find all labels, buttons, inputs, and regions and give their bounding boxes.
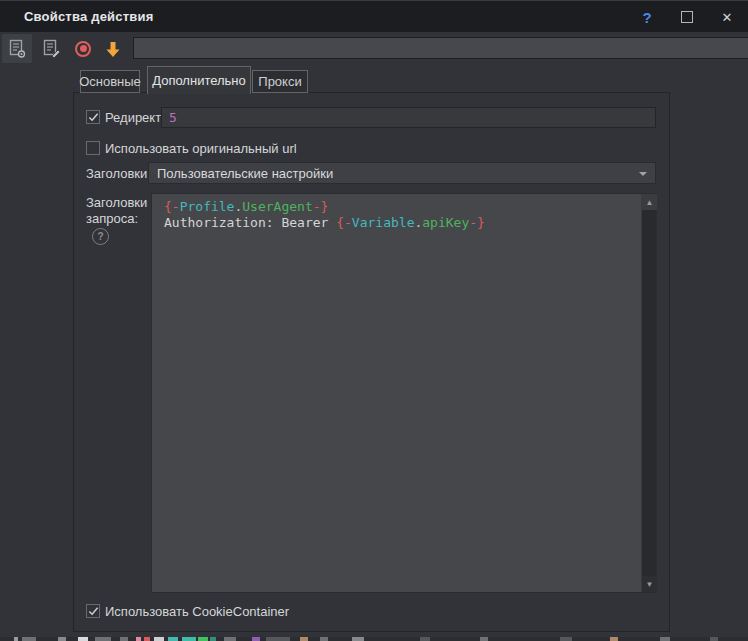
- request-headers-label-line1: Заголовки: [86, 195, 147, 210]
- request-headers-code[interactable]: {-Profile.UserAgent-}Authorization: Bear…: [152, 194, 641, 592]
- headers-dropdown[interactable]: Пользовательские настройки: [148, 162, 656, 184]
- redirect-count-value: 5: [169, 110, 177, 125]
- scroll-down-icon[interactable]: ▼: [642, 576, 657, 592]
- tab-osnovnye[interactable]: Основные: [80, 70, 140, 93]
- help-icon[interactable]: ?: [92, 228, 109, 245]
- original-url-label: Использовать оригинальный url: [105, 141, 297, 156]
- action-settings-button[interactable]: [2, 34, 32, 63]
- chevron-down-icon: [639, 172, 647, 176]
- down-arrow-icon: [102, 38, 124, 60]
- tab-label: Дополнительно: [152, 73, 246, 88]
- original-url-checkbox[interactable]: [86, 141, 100, 155]
- cookie-container-checkbox[interactable]: [86, 604, 100, 618]
- tab-label: Прокси: [258, 74, 301, 89]
- action-name-input[interactable]: [133, 37, 748, 59]
- tab-proksi[interactable]: Прокси: [252, 70, 308, 93]
- scroll-up-icon[interactable]: ▲: [642, 194, 657, 210]
- request-headers-editor[interactable]: {-Profile.UserAgent-}Authorization: Bear…: [151, 193, 657, 593]
- tab-dopolnitelno[interactable]: Дополнительно: [147, 66, 251, 94]
- titlebar-buttons: ? ✕: [634, 1, 740, 33]
- help-glyph: ?: [97, 231, 103, 242]
- redirect-checkbox[interactable]: [86, 110, 100, 124]
- record-button[interactable]: [68, 34, 98, 63]
- titlebar[interactable]: Свойства действия ? ✕: [0, 0, 748, 32]
- redirect-label: Редирект: [105, 110, 161, 125]
- close-button[interactable]: ✕: [714, 4, 740, 30]
- record-icon: [75, 41, 91, 57]
- action-edit-button[interactable]: [36, 34, 66, 63]
- cookie-container-label: Использовать CookieContainer: [105, 604, 289, 619]
- help-icon: ?: [642, 9, 651, 26]
- tab-panel-dopolnitelno: Редирект 5 Использовать оригинальный url…: [73, 92, 670, 632]
- help-button[interactable]: ?: [634, 4, 660, 30]
- tab-label: Основные: [79, 74, 141, 89]
- maximize-icon: [681, 11, 693, 23]
- headers-dropdown-value: Пользовательские настройки: [157, 166, 333, 181]
- action-properties-dialog: Свойства действия ? ✕: [0, 0, 748, 641]
- maximize-button[interactable]: [674, 4, 700, 30]
- editor-scrollbar[interactable]: ▲ ▼: [641, 194, 656, 592]
- redirect-count-input[interactable]: 5: [161, 107, 656, 128]
- check-icon: [88, 112, 99, 123]
- move-down-button[interactable]: [98, 34, 128, 63]
- close-icon: ✕: [722, 10, 733, 25]
- document-edit-icon: [39, 37, 63, 61]
- dialog-title: Свойства действия: [0, 9, 153, 24]
- toolbar: [0, 32, 748, 64]
- clipped-content-row: [0, 637, 748, 641]
- check-icon: [88, 606, 99, 617]
- headers-label: Заголовки:: [86, 166, 151, 181]
- request-headers-label-line2: запроса:: [86, 211, 138, 226]
- document-gear-icon: [5, 37, 29, 61]
